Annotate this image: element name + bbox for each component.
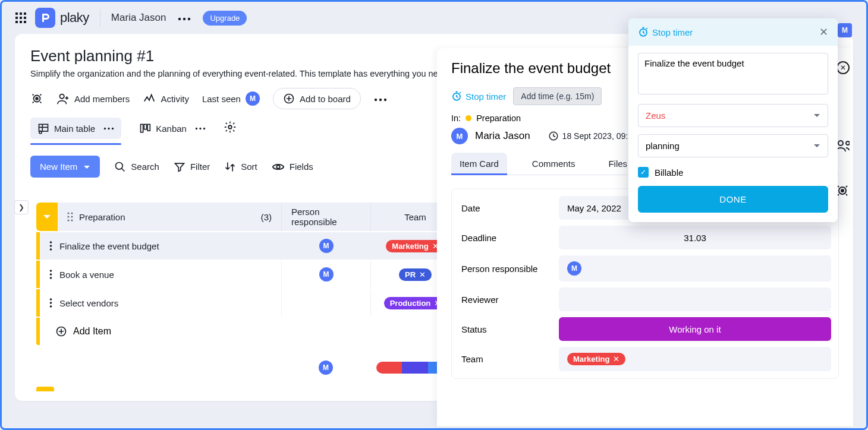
svg-point-17: [379, 99, 382, 101]
stop-timer-button[interactable]: Stop timer: [451, 91, 506, 102]
brand-badge-icon: [35, 8, 55, 28]
svg-point-23: [112, 127, 114, 129]
field-status-value[interactable]: Working on it: [559, 317, 831, 341]
remove-tag-icon[interactable]: ✕: [419, 270, 426, 279]
popup-project-select[interactable]: Zeus: [638, 104, 828, 127]
svg-point-11: [188, 18, 190, 20]
tab-comments[interactable]: Comments: [524, 153, 584, 175]
column-person-header[interactable]: Person responsible: [281, 203, 370, 231]
views-settings-icon[interactable]: [224, 121, 237, 136]
svg-point-51: [838, 141, 843, 146]
row-person-avatar[interactable]: M: [319, 239, 334, 253]
field-status-label: Status: [459, 318, 559, 340]
field-team-value[interactable]: Marketing✕: [559, 347, 831, 371]
new-item-button[interactable]: New Item: [30, 156, 100, 178]
svg-rect-8: [24, 21, 26, 23]
popup-tag-select[interactable]: planning: [638, 134, 828, 157]
add-item-label: Add Item: [73, 326, 111, 337]
add-to-board-button[interactable]: Add to board: [273, 88, 361, 109]
automations-icon[interactable]: [30, 92, 43, 105]
field-person-value[interactable]: M: [559, 255, 831, 282]
svg-point-31: [116, 162, 123, 169]
field-deadline-label: Deadline: [459, 227, 559, 249]
field-reviewer-label: Reviewer: [459, 289, 559, 311]
remove-tag-icon[interactable]: ✕: [613, 355, 619, 363]
svg-point-18: [384, 99, 386, 101]
last-seen-label: Last seen: [202, 94, 241, 104]
svg-rect-26: [147, 124, 150, 131]
svg-point-46: [50, 302, 52, 304]
last-seen[interactable]: Last seen M: [202, 91, 260, 106]
row-name: Book a venue: [59, 270, 114, 280]
collapse-handle-icon[interactable]: ❯: [14, 200, 29, 214]
apps-grid-icon[interactable]: [15, 12, 27, 24]
svg-point-47: [50, 305, 52, 308]
chevron-down-icon: [813, 143, 820, 150]
row-team-tag[interactable]: Marketing✕: [386, 240, 444, 252]
svg-point-9: [178, 18, 181, 20]
filter-button[interactable]: Filter: [174, 161, 210, 173]
row-menu-icon[interactable]: [49, 298, 52, 308]
view-kanban[interactable]: Kanban: [132, 118, 213, 139]
stop-timer-label: Stop timer: [466, 91, 506, 102]
svg-point-14: [60, 94, 64, 99]
row-menu-icon[interactable]: [49, 270, 52, 279]
popup-description-input[interactable]: [638, 53, 828, 94]
last-seen-avatar: M: [246, 91, 260, 106]
top-avatar[interactable]: M: [838, 23, 852, 37]
row-name: Finalize the event budget: [59, 241, 159, 251]
popup-done-button[interactable]: DONE: [638, 186, 828, 213]
add-members-button[interactable]: Add members: [56, 92, 130, 105]
view-main-table[interactable]: Main table: [30, 118, 121, 139]
field-date-label: Date: [459, 197, 559, 219]
group-toggle[interactable]: [36, 203, 58, 231]
row-person-avatar[interactable]: M: [319, 267, 334, 282]
divider: [100, 9, 100, 27]
panel-user-name: Maria Jason: [475, 130, 530, 142]
add-time-input[interactable]: Add time (e.g. 15m): [513, 87, 602, 105]
popup-close-icon[interactable]: ✕: [819, 26, 828, 39]
svg-point-39: [50, 241, 52, 244]
svg-point-43: [50, 273, 52, 276]
view-main-table-label: Main table: [54, 124, 95, 134]
row-menu-icon[interactable]: [49, 241, 52, 251]
svg-point-45: [50, 298, 52, 301]
svg-point-21: [104, 127, 106, 129]
workspace-menu-icon[interactable]: [174, 12, 194, 23]
close-panel-icon[interactable]: ✕: [836, 61, 850, 74]
svg-rect-5: [24, 17, 26, 19]
field-deadline-value[interactable]: 31.03: [559, 226, 831, 249]
tab-item-card[interactable]: Item Card: [451, 153, 507, 175]
upgrade-button[interactable]: Upgrade: [203, 11, 247, 26]
activity-button[interactable]: Activity: [143, 92, 189, 105]
group-color-dot: [466, 115, 471, 121]
brand-logo[interactable]: plaky: [35, 8, 89, 28]
plus-circle-icon: [55, 325, 67, 337]
workspace-user[interactable]: Maria Jason: [111, 12, 166, 24]
sort-button[interactable]: Sort: [224, 161, 257, 173]
view-kanban-label: Kanban: [156, 124, 187, 134]
svg-point-16: [375, 99, 377, 101]
field-reviewer-value[interactable]: [559, 287, 831, 311]
panel-user-avatar: M: [451, 128, 468, 144]
stop-timer-popup: Stop timer ✕ Zeus planning ✓ Billable DO…: [628, 18, 838, 222]
summary-person-avatar: M: [319, 361, 333, 375]
search-button[interactable]: Search: [114, 161, 159, 173]
group-count: (3): [261, 212, 272, 222]
svg-point-40: [50, 245, 52, 247]
drag-handle-icon[interactable]: [67, 212, 73, 222]
brand-name: plaky: [60, 10, 89, 26]
row-team-tag[interactable]: PR✕: [399, 268, 432, 281]
svg-point-35: [67, 216, 69, 217]
board-more-icon[interactable]: [374, 93, 387, 104]
svg-point-27: [196, 127, 197, 129]
popup-title: Stop timer: [638, 27, 693, 37]
billable-checkbox[interactable]: ✓: [638, 167, 649, 178]
svg-point-38: [71, 219, 73, 221]
svg-rect-25: [144, 124, 147, 129]
svg-point-37: [67, 219, 69, 221]
billable-label: Billable: [655, 167, 683, 178]
svg-point-28: [199, 127, 201, 129]
fields-button[interactable]: Fields: [272, 160, 313, 173]
chevron-down-icon: [813, 112, 820, 119]
